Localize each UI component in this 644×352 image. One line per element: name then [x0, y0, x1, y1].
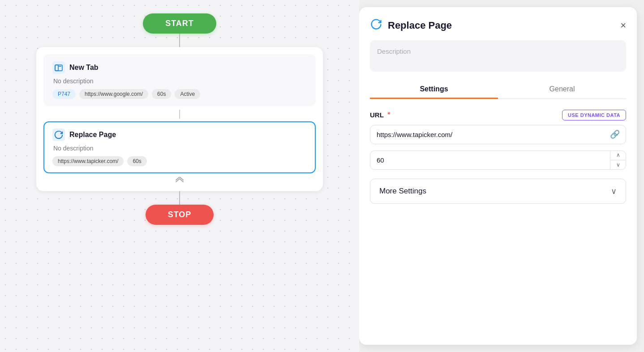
svg-rect-0: [55, 65, 62, 71]
status-tag: Active: [175, 89, 200, 99]
panel-header: Replace Page ×: [370, 18, 626, 33]
url-tag: https://www.google.com/: [79, 89, 148, 99]
url-input[interactable]: [370, 125, 626, 144]
tab-settings[interactable]: Settings: [370, 81, 498, 99]
workflow-group: New Tab No description P747 https://www.…: [36, 47, 323, 191]
start-button[interactable]: START: [143, 13, 216, 34]
side-panel: Replace Page × Description Settings Gene…: [359, 7, 637, 345]
new-tab-header: New Tab: [52, 61, 307, 74]
replace-page-header: Replace Page: [52, 129, 307, 141]
replace-page-icon: [52, 129, 65, 141]
replace-url-tag: https://www.tapicker.com/: [52, 156, 124, 166]
url-required: *: [387, 111, 390, 119]
panel-title-row: Replace Page: [370, 18, 452, 33]
replace-page-title: Replace Page: [69, 131, 116, 139]
time-input[interactable]: [370, 150, 626, 170]
url-label: URL: [370, 111, 384, 119]
tabs-container: Settings General: [370, 81, 626, 99]
stop-button[interactable]: STOP: [146, 205, 214, 225]
description-input[interactable]: Description: [370, 40, 626, 72]
spinner-buttons: ∧ ∨: [610, 150, 626, 170]
replace-page-tags: https://www.tapicker.com/ 60s: [52, 156, 307, 166]
tab-general[interactable]: General: [498, 81, 626, 99]
more-settings-label: More Settings: [379, 187, 426, 196]
panel-refresh-icon: [370, 18, 382, 33]
url-input-wrapper: 🔗: [370, 125, 626, 144]
svg-rect-1: [55, 65, 58, 71]
flow-connector-1: [179, 34, 180, 47]
spinner-down-button[interactable]: ∨: [610, 160, 626, 170]
new-tab-title: New Tab: [69, 64, 99, 72]
flow-connector-2: [179, 191, 180, 205]
new-tab-description: No description: [53, 77, 307, 85]
new-tab-icon: [52, 61, 65, 74]
close-button[interactable]: ×: [620, 21, 626, 30]
chevron-down-icon: ∨: [611, 186, 617, 196]
panel-title: Replace Page: [388, 20, 452, 31]
link-icon: 🔗: [610, 129, 620, 139]
spinner-up-button[interactable]: ∧: [610, 150, 626, 160]
new-tab-node[interactable]: New Tab No description P747 https://www.…: [43, 54, 316, 106]
description-placeholder: Description: [377, 47, 411, 55]
more-settings-toggle[interactable]: More Settings ∨: [370, 179, 626, 204]
sub-connector: [43, 110, 316, 119]
workflow-canvas: START New Tab No description P747 https:…: [0, 0, 359, 352]
collapse-button[interactable]: [43, 177, 316, 184]
replace-page-description: No description: [53, 145, 307, 152]
replace-page-node[interactable]: Replace Page No description https://www.…: [43, 121, 316, 173]
spinner-up-icon: ∧: [616, 152, 620, 158]
number-input-wrapper: ∧ ∨: [370, 150, 626, 170]
dynamic-data-button[interactable]: USE DYNAMIC DATA: [562, 110, 626, 120]
spinner-down-icon: ∨: [616, 162, 620, 168]
time-tag: 60s: [152, 89, 171, 99]
new-tab-tags: P747 https://www.google.com/ 60s Active: [52, 89, 307, 99]
replace-time-tag: 60s: [127, 156, 146, 166]
url-field-row: URL * USE DYNAMIC DATA: [370, 110, 626, 120]
url-label-group: URL *: [370, 111, 391, 119]
profile-tag: P747: [52, 89, 76, 99]
settings-content: URL * USE DYNAMIC DATA 🔗 ∧ ∨ More Settin…: [370, 110, 626, 204]
